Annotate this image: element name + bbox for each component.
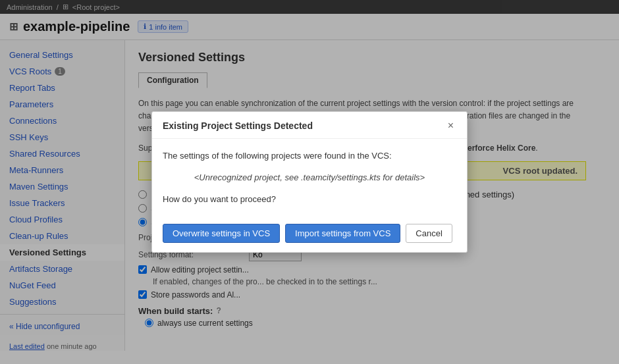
modal-body-line2: How do you want to proceed? — [163, 193, 456, 207]
modal-header: Existing Project Settings Detected × — [152, 112, 467, 139]
modal-overlay: Existing Project Settings Detected × The… — [0, 0, 619, 364]
import-settings-button[interactable]: Import settings from VCS — [285, 224, 400, 243]
modal-body: The settings of the following projects w… — [152, 139, 467, 217]
modal-close-button[interactable]: × — [445, 120, 456, 132]
modal-body-line1: The settings of the following projects w… — [163, 149, 456, 163]
cancel-button[interactable]: Cancel — [406, 224, 452, 243]
modal-footer: Overwrite settings in VCS Import setting… — [152, 217, 467, 252]
modal-title: Existing Project Settings Detected — [163, 120, 313, 131]
modal-project-info: <Unrecognized project, see .teamcity/set… — [163, 171, 456, 185]
modal-dialog: Existing Project Settings Detected × The… — [151, 111, 468, 252]
overwrite-settings-button[interactable]: Overwrite settings in VCS — [163, 224, 280, 243]
